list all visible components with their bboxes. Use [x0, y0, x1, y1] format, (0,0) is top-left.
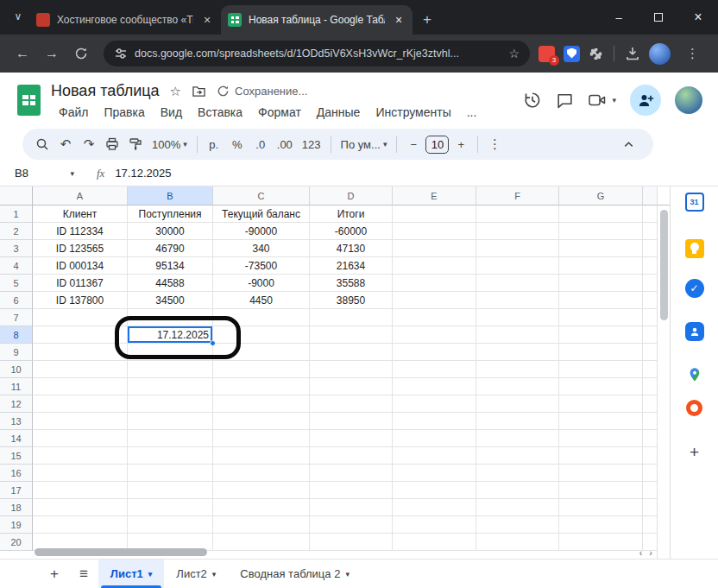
chevron-down-icon[interactable]: ▾: [345, 570, 350, 579]
cell-E19[interactable]: [393, 516, 476, 534]
extension-icon-2[interactable]: [564, 46, 580, 62]
row-header-17[interactable]: 17: [0, 482, 33, 499]
cell-G7[interactable]: [559, 309, 643, 326]
row-header-4[interactable]: 4: [0, 257, 33, 275]
cell-C3[interactable]: 340: [213, 240, 310, 257]
cell-C5[interactable]: -9000: [213, 275, 310, 292]
cell-E20[interactable]: [393, 534, 476, 551]
cell-B15[interactable]: [128, 447, 213, 465]
row-header-19[interactable]: 19: [0, 516, 33, 534]
vertical-scrollbar-thumb[interactable]: [660, 210, 668, 320]
cell-C1[interactable]: Текущий баланс: [213, 205, 310, 223]
cell-B3[interactable]: 46790: [128, 240, 213, 257]
fill-handle[interactable]: [210, 340, 216, 346]
browser-profile-avatar[interactable]: [649, 43, 671, 65]
cell-A6[interactable]: ID 137800: [33, 292, 128, 309]
cell-B4[interactable]: 95134: [128, 257, 213, 275]
cell-F13[interactable]: [476, 413, 559, 430]
cell-C19[interactable]: [213, 516, 310, 534]
cell-G4[interactable]: [559, 257, 643, 275]
cell-G9[interactable]: [559, 344, 643, 361]
cell-G3[interactable]: [559, 240, 643, 257]
font-select[interactable]: По ум... ▾: [337, 133, 392, 155]
cell-B16[interactable]: [128, 465, 213, 482]
cell-B8[interactable]: 17.12.2025: [128, 326, 213, 344]
cell-A2[interactable]: ID 112334: [33, 223, 128, 240]
cell-A9[interactable]: [33, 344, 128, 361]
cell-C18[interactable]: [213, 499, 310, 516]
cell-G16[interactable]: [559, 465, 643, 482]
cell-D14[interactable]: [310, 430, 393, 447]
cell-G2[interactable]: [559, 223, 643, 240]
cell-D3[interactable]: 47130: [310, 240, 393, 257]
undo-button[interactable]: ↶: [54, 133, 77, 155]
new-tab-button[interactable]: +: [413, 5, 442, 35]
cell-D7[interactable]: [310, 309, 393, 326]
horizontal-scrollbar-thumb[interactable]: [35, 548, 207, 556]
cell-D8[interactable]: [310, 326, 393, 344]
cell-G11[interactable]: [559, 378, 643, 395]
cell-F7[interactable]: [476, 309, 559, 326]
cell-C20[interactable]: [213, 534, 310, 551]
sheet-tab-1[interactable]: Лист1 ▾: [98, 560, 164, 588]
column-header-D[interactable]: D: [310, 187, 393, 205]
cell-D17[interactable]: [310, 482, 393, 499]
site-settings-icon[interactable]: [114, 47, 128, 60]
row-header-16[interactable]: 16: [0, 465, 33, 482]
cell-D15[interactable]: [310, 447, 393, 465]
cell-G20[interactable]: [559, 534, 643, 551]
cell-D16[interactable]: [310, 465, 393, 482]
cell-B18[interactable]: [128, 499, 213, 516]
cell-C2[interactable]: -90000: [213, 223, 310, 240]
row-header-18[interactable]: 18: [0, 499, 33, 516]
row-header-5[interactable]: 5: [0, 275, 33, 292]
formula-input[interactable]: 17.12.2025: [115, 167, 171, 180]
scroll-right-icon[interactable]: ›: [649, 547, 652, 558]
cell-C12[interactable]: [213, 395, 310, 413]
account-avatar[interactable]: [675, 86, 702, 114]
cell-F3[interactable]: [476, 240, 559, 257]
cell-D1[interactable]: Итоги: [310, 205, 393, 223]
cell-A15[interactable]: [33, 447, 128, 465]
cell-B7[interactable]: [128, 309, 213, 326]
menu-format[interactable]: Формат: [250, 104, 309, 121]
row-header-7[interactable]: 7: [0, 309, 33, 326]
cell-F20[interactable]: [476, 534, 559, 551]
cell-G10[interactable]: [559, 361, 643, 378]
cell-E14[interactable]: [393, 430, 476, 447]
browser-menu-icon[interactable]: ⋮: [679, 46, 706, 61]
cell-C13[interactable]: [213, 413, 310, 430]
cell-F15[interactable]: [476, 447, 559, 465]
print-button[interactable]: [101, 133, 123, 155]
cell-B1[interactable]: Поступления: [128, 205, 213, 223]
cell-E9[interactable]: [393, 344, 476, 361]
cell-E6[interactable]: [393, 292, 476, 309]
browser-tab-1[interactable]: Хостинговое сообщество «Tim ×: [29, 5, 221, 35]
back-button[interactable]: ←: [9, 40, 36, 67]
cell-D5[interactable]: 35588: [310, 275, 393, 292]
row-header-12[interactable]: 12: [0, 395, 33, 413]
cell-D19[interactable]: [310, 516, 393, 534]
row-header-3[interactable]: 3: [0, 240, 33, 257]
cell-D9[interactable]: [310, 344, 393, 361]
cell-B5[interactable]: 44588: [128, 275, 213, 292]
cell-A8[interactable]: [33, 326, 128, 344]
cell-G17[interactable]: [559, 482, 643, 499]
cell-E16[interactable]: [393, 465, 476, 482]
sheet-tab-3[interactable]: Сводная таблица 2 ▾: [228, 560, 362, 588]
paint-format-button[interactable]: [124, 133, 147, 155]
cell-A7[interactable]: [33, 309, 128, 326]
row-header-8[interactable]: 8: [0, 326, 33, 344]
hide-menus-button[interactable]: [617, 133, 639, 155]
document-title[interactable]: Новая таблица: [51, 82, 160, 100]
column-header-B[interactable]: B: [128, 187, 213, 205]
font-size-input[interactable]: 10: [425, 136, 449, 154]
move-to-folder-icon[interactable]: [192, 85, 206, 98]
cell-B6[interactable]: 34500: [128, 292, 213, 309]
cell-B9[interactable]: [128, 344, 213, 361]
cell-A12[interactable]: [33, 395, 128, 413]
row-header-13[interactable]: 13: [0, 413, 33, 430]
cell-D11[interactable]: [310, 378, 393, 395]
cell-F8[interactable]: [476, 326, 559, 344]
cell-F16[interactable]: [476, 465, 559, 482]
